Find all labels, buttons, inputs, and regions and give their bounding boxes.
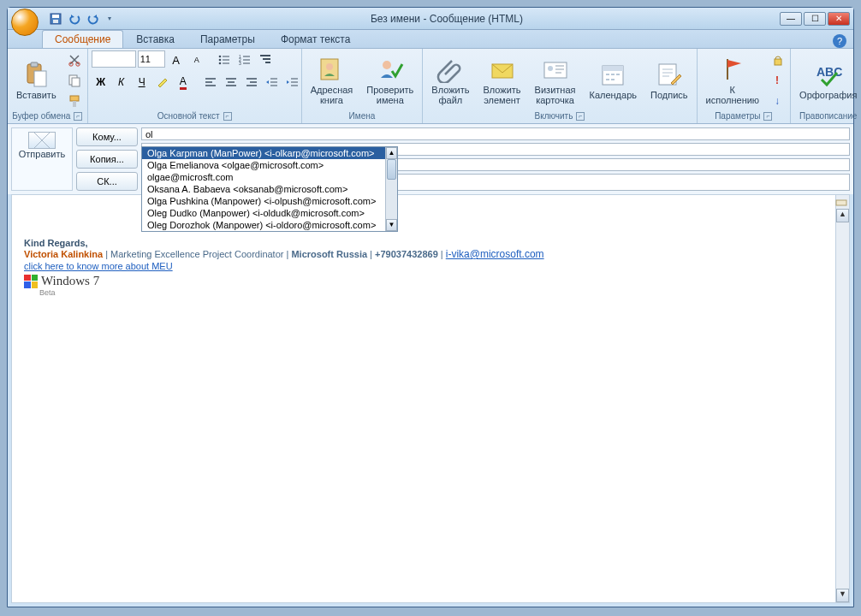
svg-rect-2 [53,20,58,23]
check-names-icon [377,56,404,83]
address-book-button[interactable]: Адресная книга [306,54,359,107]
signature-regards: Kind Regards, [24,238,837,248]
close-button[interactable]: ✕ [828,12,850,26]
numbering-icon[interactable]: 123 [235,50,254,69]
align-center-icon[interactable] [222,73,240,92]
compose-header: Отправить Кому... Копия... СК... Тема: O… [8,124,853,194]
svg-rect-29 [836,200,846,205]
qat-more-icon[interactable]: ▾ [105,12,114,26]
underline-icon[interactable]: Ч [133,73,151,92]
copy-icon[interactable] [65,71,84,90]
recipient-fields: Тема: Olga Karpman (ManPower) <i-olkarp@… [141,127,850,191]
clipboard-launcher[interactable]: ⌐ [74,112,82,121]
scroll-thumb[interactable] [387,159,396,180]
scroll-up-icon[interactable]: ▲ [836,209,849,222]
low-importance-icon[interactable]: ↓ [768,92,787,110]
autocomplete-item[interactable]: Oleg Dudko (Manpower) <i-oldudk@microsof… [142,207,397,219]
follow-up-button[interactable]: К исполнению [701,54,765,107]
ribbon: Вставить Буфер обмена⌐ A A [8,49,853,124]
highlight-icon[interactable] [153,73,172,92]
autocomplete-item[interactable]: Olga Karpman (ManPower) <i-olkarp@micros… [142,147,397,159]
ruler-toggle-icon[interactable] [835,197,847,209]
group-proofing: ABC Орфография Правописание [791,49,861,123]
include-launcher[interactable]: ⌐ [576,112,585,121]
font-launcher[interactable]: ⌐ [223,112,232,121]
svg-rect-25 [603,66,623,71]
business-card-button[interactable]: Визитная карточка [530,54,581,107]
bullets-icon[interactable] [215,50,234,69]
tab-insert[interactable]: Вставка [123,30,187,48]
scroll-down-icon[interactable]: ▼ [386,219,397,231]
signature-line: Victoria Kalinkina | Marketing Excellenc… [24,248,837,260]
signature-button[interactable]: Подпись [645,59,693,102]
permission-icon[interactable] [768,50,787,69]
save-icon[interactable] [49,12,62,26]
align-left-icon[interactable] [201,73,220,92]
cut-icon[interactable] [65,50,84,69]
undo-icon[interactable] [68,12,81,26]
tab-format[interactable]: Формат текста [268,30,363,48]
high-importance-icon[interactable]: ! [768,71,787,90]
autocomplete-item[interactable]: Oksana A. Babaeva <oksanab@microsoft.com… [142,183,397,195]
ribbon-tabs: Сообщение Вставка Параметры Формат текст… [8,30,853,49]
autocomplete-item[interactable]: Olga Pushkina (Manpower) <i-olpush@micro… [142,195,397,207]
align-right-icon[interactable] [242,73,261,92]
shrink-font-icon[interactable]: A [187,50,206,69]
redo-icon[interactable] [86,12,100,26]
signature-icon [656,61,683,88]
minimize-button[interactable]: — [780,12,802,26]
italic-icon[interactable]: К [112,73,131,92]
svg-rect-1 [52,15,59,18]
windows-flag-icon [24,275,38,288]
attach-item-button[interactable]: Вложить элемент [478,54,526,107]
help-icon[interactable]: ? [833,34,846,48]
paste-button[interactable]: Вставить [11,59,62,102]
envelope-icon [28,132,56,149]
font-size-combo[interactable] [138,50,165,68]
signature-email-link[interactable]: i-vika@microsoft.com [446,248,544,260]
autocomplete-item[interactable]: Oleg Dorozhok (Manpower) <i-oldoro@micro… [142,219,397,231]
bcc-button[interactable]: СК... [76,172,138,191]
decrease-indent-icon[interactable] [263,73,282,92]
scroll-down-icon[interactable]: ▼ [836,589,849,602]
scroll-up-icon[interactable]: ▲ [386,147,397,159]
spelling-button[interactable]: ABC Орфография [794,59,861,102]
autocomplete-item[interactable]: Olga Emelianova <olgae@microsoft.com> [142,159,397,171]
format-painter-icon[interactable] [65,92,84,110]
maximize-button[interactable]: ☐ [804,12,826,26]
increase-indent-icon[interactable] [283,73,302,92]
font-color-icon[interactable]: A [174,73,193,92]
svg-point-14 [218,62,221,65]
group-font: A A 123 Ж К Ч A [88,49,302,123]
multilevel-list-icon[interactable] [256,50,275,69]
send-column: Отправить [11,127,73,191]
font-name-combo[interactable] [92,50,136,68]
svg-rect-10 [70,96,79,101]
autocomplete-scrollbar[interactable]: ▲ ▼ [385,147,397,231]
titlebar: ▾ Без имени - Сообщение (HTML) — ☐ ✕ [8,8,853,30]
to-input[interactable] [141,127,850,140]
message-body[interactable]: Kind Regards, Victoria Kalinkina | Marke… [11,194,850,603]
meu-link[interactable]: click here to know more about MEU [24,261,173,271]
check-names-button[interactable]: Проверить имена [361,54,419,107]
to-button[interactable]: Кому... [76,127,138,146]
autocomplete-item[interactable]: olgae@microsft.com [142,171,397,183]
bold-icon[interactable]: Ж [92,73,110,92]
cc-button[interactable]: Копия... [76,150,138,169]
grow-font-icon[interactable]: A [167,50,186,69]
options-launcher[interactable]: ⌐ [763,112,772,121]
body-scrollbar[interactable]: ▲ ▼ [835,195,849,602]
svg-rect-22 [544,62,567,78]
office-button[interactable] [11,9,39,36]
tab-options[interactable]: Параметры [187,30,268,48]
svg-rect-5 [34,71,46,86]
windows7-logo: Windows 7 [24,274,837,288]
calendar-button[interactable]: Календарь [584,59,642,102]
svg-point-23 [548,66,553,71]
attach-file-button[interactable]: Вложить файл [426,54,474,107]
svg-text:ABC: ABC [816,65,842,79]
tab-message[interactable]: Сообщение [42,30,123,48]
autocomplete-dropdown: Olga Karpman (ManPower) <i-olkarp@micros… [141,146,398,232]
send-button[interactable]: Отправить [19,132,66,159]
svg-text:3: 3 [239,61,241,66]
